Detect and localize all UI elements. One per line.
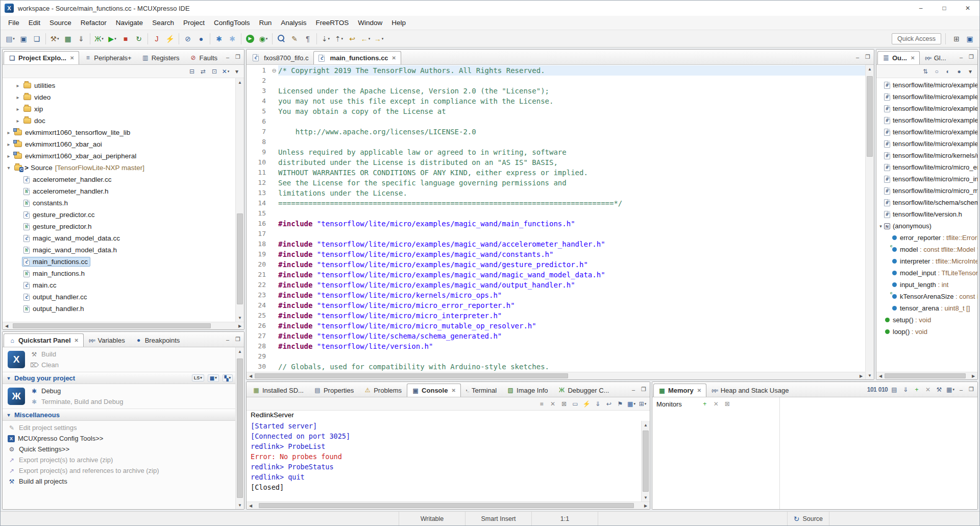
link-memory-icon[interactable]: ▤ bbox=[889, 385, 899, 395]
scroll-down-icon[interactable]: ▼ bbox=[866, 371, 874, 379]
outline-list[interactable]: #tensorflow/lite/micro/examples/magic_wa… bbox=[876, 78, 977, 372]
menu-help[interactable]: Help bbox=[387, 17, 410, 29]
outline-item-ktensorarenasize[interactable]: kTensorArenaSize : const int bbox=[876, 291, 977, 302]
editor-hscrollbar[interactable]: ◀ ▶ bbox=[247, 372, 865, 379]
outline-item-error-reporter[interactable]: error_reporter : tflite::ErrorReporter * bbox=[876, 232, 977, 244]
maximize-view-icon[interactable]: ❐ bbox=[233, 336, 243, 343]
outline-item-tensorflow-lite-micro-micro-error-reporter[interactable]: #tensorflow/lite/micro/micro_error_repor… bbox=[876, 161, 977, 173]
outline-item-anonymous[interactable]: ▾(anonymous) bbox=[876, 220, 977, 232]
menu-analysis[interactable]: Analysis bbox=[276, 17, 311, 29]
project-tree-hscrollbar[interactable]: ◀ ▶ bbox=[3, 322, 244, 329]
cpp-perspective-icon[interactable]: ▣ bbox=[964, 33, 976, 45]
tree-item-doc[interactable]: ▸doc bbox=[3, 115, 235, 127]
tree-item-xip[interactable]: ▸xip bbox=[3, 103, 235, 115]
tree-item-video[interactable]: ▸video bbox=[3, 91, 235, 103]
menu-edit[interactable]: Edit bbox=[24, 17, 45, 29]
scroll-track[interactable] bbox=[866, 73, 874, 371]
remove-all-terminated-icon[interactable]: ⊠ bbox=[559, 399, 569, 409]
close-icon[interactable]: ✕ bbox=[697, 388, 701, 393]
outline-tab-ou[interactable]: ☰Ou...✕ bbox=[877, 51, 920, 65]
scroll-lock-icon[interactable]: ⇓ bbox=[593, 399, 603, 409]
chevron-icon[interactable]: ▸ bbox=[14, 106, 22, 112]
outline-item-tensorflow-lite-micro-kernels-micro-ops-h[interactable]: #tensorflow/lite/micro/kernels/micro_ops… bbox=[876, 150, 977, 161]
display-console-icon[interactable]: ▦▾ bbox=[626, 399, 636, 409]
annotate-icon[interactable]: ✎ bbox=[288, 33, 301, 45]
minimize-view-icon[interactable]: – bbox=[223, 337, 233, 343]
monitors-list[interactable] bbox=[652, 411, 779, 509]
build-icon[interactable]: ⚒▾ bbox=[48, 33, 61, 45]
collapse-icon[interactable]: ▾ bbox=[5, 375, 12, 381]
terminate-process-icon[interactable]: ■ bbox=[536, 399, 547, 409]
tree-item-evkmimxrt1060-tensorflow-lite-lib[interactable]: ▸evkmimxrt1060_tensorflow_lite_lib bbox=[3, 127, 235, 138]
word-wrap-icon[interactable]: ↩ bbox=[604, 399, 614, 409]
quickstart-vscrollbar[interactable]: ▲ ▼ bbox=[235, 347, 244, 509]
outline-item-tensorflow-lite-schema-schema-generated-h[interactable]: #tensorflow/lite/schema/schema_generated… bbox=[876, 197, 977, 208]
scroll-thumb[interactable] bbox=[237, 213, 243, 304]
minimize-view-icon[interactable]: – bbox=[956, 54, 966, 60]
minimize-view-icon[interactable]: – bbox=[852, 54, 863, 60]
memory-settings-icon[interactable]: ⚒ bbox=[934, 385, 944, 395]
tree-item-gesture-predictor-h[interactable]: hgesture_predictor.h bbox=[3, 221, 235, 232]
scroll-up-icon[interactable]: ▲ bbox=[236, 347, 244, 355]
quick-access-box[interactable]: Quick Access bbox=[892, 33, 941, 44]
scroll-left-icon[interactable]: ◀ bbox=[3, 322, 11, 329]
scroll-down-icon[interactable]: ▼ bbox=[642, 493, 650, 501]
view-menu-icon[interactable]: ▾ bbox=[965, 66, 975, 77]
save-all-icon[interactable]: ❏ bbox=[31, 33, 43, 45]
collapse-icon[interactable]: ▾ bbox=[877, 224, 884, 229]
editor-tab-main-functions-cc[interactable]: cmain_functions.cc✕ bbox=[313, 51, 401, 65]
menu-refactor[interactable]: Refactor bbox=[76, 17, 111, 29]
next-annotation-icon[interactable]: ⇣▾ bbox=[320, 33, 332, 45]
scroll-track[interactable] bbox=[236, 355, 244, 501]
save-icon[interactable]: ▣ bbox=[17, 33, 30, 45]
run-icon[interactable]: ▶▾ bbox=[106, 33, 118, 45]
outline-item-tensorflow-lite-micro-micro-interpreter-h[interactable]: #tensorflow/lite/micro/micro_interpreter… bbox=[876, 173, 977, 185]
minimize-view-icon[interactable]: – bbox=[956, 387, 966, 393]
import-icon[interactable]: ⇓ bbox=[75, 33, 87, 45]
debug-control-icon-1[interactable]: ▦▾ bbox=[208, 374, 219, 382]
minimize-view-icon[interactable]: – bbox=[223, 54, 233, 60]
run-config-icon[interactable]: ◉▾ bbox=[257, 33, 270, 45]
maximize-view-icon[interactable]: ❐ bbox=[966, 386, 976, 393]
console-tab-problems[interactable]: ⚠Problems bbox=[359, 383, 407, 397]
show-whitespace-icon[interactable]: ¶ bbox=[302, 33, 314, 45]
outline-item-tensorflow-lite-version-h[interactable]: #tensorflow/lite/version.h bbox=[876, 208, 977, 220]
scroll-thumb[interactable] bbox=[255, 373, 568, 378]
chevron-icon[interactable]: ▸ bbox=[14, 83, 22, 88]
open-perspective-icon[interactable]: ⊞ bbox=[950, 33, 963, 45]
outline-item-model-input[interactable]: model_input : TfLiteTensor * bbox=[876, 267, 977, 279]
scroll-right-icon[interactable]: ▶ bbox=[642, 502, 650, 509]
code-editor[interactable]: 1⊖/* Copyright 2019 The TensorFlow Autho… bbox=[247, 65, 865, 372]
close-icon[interactable]: ✕ bbox=[911, 55, 915, 61]
chevron-icon[interactable]: ▸ bbox=[5, 141, 13, 147]
search-icon[interactable] bbox=[275, 33, 287, 45]
add-monitor-icon[interactable]: + bbox=[700, 399, 710, 409]
maximize-view-icon[interactable]: ❐ bbox=[863, 54, 873, 60]
debug-control-ls[interactable]: LS▾ bbox=[192, 374, 204, 381]
menu-configtools[interactable]: ConfigTools bbox=[209, 17, 255, 29]
menu-file[interactable]: File bbox=[4, 17, 24, 29]
outline-hscrollbar[interactable]: ◀ ▶ bbox=[876, 372, 977, 379]
chevron-icon[interactable]: ▸ bbox=[14, 118, 22, 124]
console-hscrollbar[interactable]: ◀ ▶ bbox=[247, 501, 650, 509]
tree-item-magic-wand-model-data-h[interactable]: hmagic_wand_model_data.h bbox=[3, 244, 235, 256]
close-icon[interactable]: ✕ bbox=[451, 388, 455, 393]
outline-item-loop[interactable]: loop() : void bbox=[876, 326, 977, 338]
scroll-thumb[interactable] bbox=[867, 76, 873, 157]
menu-source[interactable]: Source bbox=[45, 17, 76, 29]
tree-item-magic-wand-model-data-cc[interactable]: cmagic_wand_model_data.cc bbox=[3, 232, 235, 244]
menu-search[interactable]: Search bbox=[148, 17, 179, 29]
console-output[interactable]: [Started server][Connected on port 3025]… bbox=[247, 421, 641, 501]
link-with-editor-icon[interactable]: ⇄ bbox=[198, 66, 208, 77]
quickstart-item-quick-settings[interactable]: ⚙Quick Settings>> bbox=[3, 444, 235, 455]
outline-item-tensorflow-lite-micro-examples-magic-wand-[interactable]: #tensorflow/lite/micro/examples/magic_wa… bbox=[876, 79, 977, 91]
remove-launch-icon[interactable]: ✕ bbox=[548, 399, 558, 409]
thaw-icon[interactable]: ✱ bbox=[226, 33, 238, 45]
menu-window[interactable]: Window bbox=[353, 17, 387, 29]
toggle-split-icon[interactable]: 010 bbox=[878, 385, 888, 395]
console-tab-image-info[interactable]: ▧Image Info bbox=[502, 383, 553, 397]
explorer-tab-peripherals[interactable]: ≡Peripherals+ bbox=[79, 51, 136, 64]
outline-item-interpreter[interactable]: interpreter : tflite::MicroInterpreter * bbox=[876, 255, 977, 267]
tree-item-source[interactable]: ▾>Source[TensorFlowLite-NXP master] bbox=[3, 162, 235, 174]
restart-icon[interactable]: ↻ bbox=[133, 33, 145, 45]
